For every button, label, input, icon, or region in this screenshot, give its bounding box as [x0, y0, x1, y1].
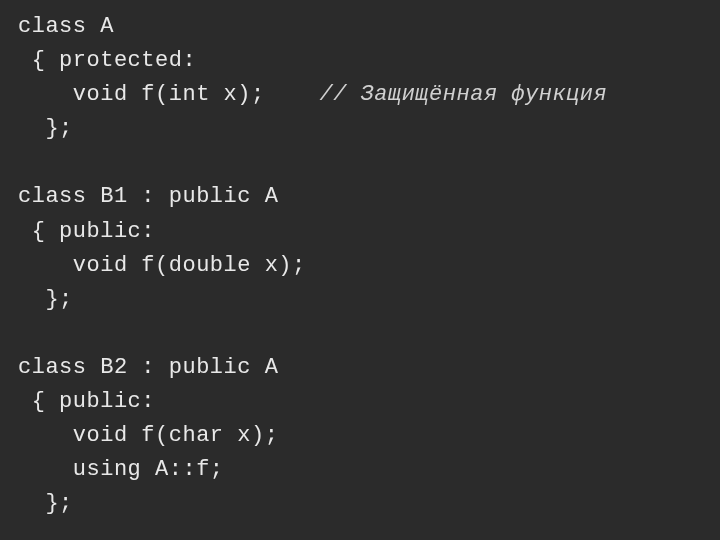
- code-text: class B1 : public A: [18, 184, 278, 209]
- code-line: void f(int x); // Защищённая функция: [18, 78, 702, 112]
- code-text: using A::f;: [73, 457, 224, 482]
- indent: [18, 219, 32, 244]
- code-text: { public:: [32, 219, 155, 244]
- code-line: { public:: [18, 385, 702, 419]
- code-text: };: [45, 287, 72, 312]
- indent: [18, 253, 73, 278]
- code-text: void f(double x);: [73, 253, 306, 278]
- code-text: };: [45, 116, 72, 141]
- code-line: { public:: [18, 215, 702, 249]
- code-line: class A: [18, 10, 702, 44]
- code-text: { protected:: [32, 48, 196, 73]
- indent: [18, 423, 73, 448]
- code-text: class B2 : public A: [18, 355, 278, 380]
- code-line: [18, 317, 702, 351]
- code-text: };: [45, 491, 72, 516]
- code-text: class A: [18, 14, 114, 39]
- indent: [18, 48, 32, 73]
- indent: [18, 287, 45, 312]
- indent: [18, 389, 32, 414]
- code-line: };: [18, 487, 702, 521]
- code-line: class B1 : public A: [18, 180, 702, 214]
- code-text: void f(char x);: [73, 423, 279, 448]
- code-line: [18, 146, 702, 180]
- code-line: };: [18, 283, 702, 317]
- code-line: };: [18, 112, 702, 146]
- code-line: using A::f;: [18, 453, 702, 487]
- code-line: void f(double x);: [18, 249, 702, 283]
- indent: [18, 457, 73, 482]
- indent: [18, 82, 73, 107]
- code-line: { protected:: [18, 44, 702, 78]
- code-text: void f(int x);: [73, 82, 320, 107]
- code-line: class B2 : public A: [18, 351, 702, 385]
- indent: [18, 116, 45, 141]
- comment: // Защищённая функция: [319, 82, 607, 107]
- indent: [18, 491, 45, 516]
- code-text: { public:: [32, 389, 155, 414]
- code-line: void f(char x);: [18, 419, 702, 453]
- code-block: class A { protected: void f(int x); // З…: [18, 10, 702, 521]
